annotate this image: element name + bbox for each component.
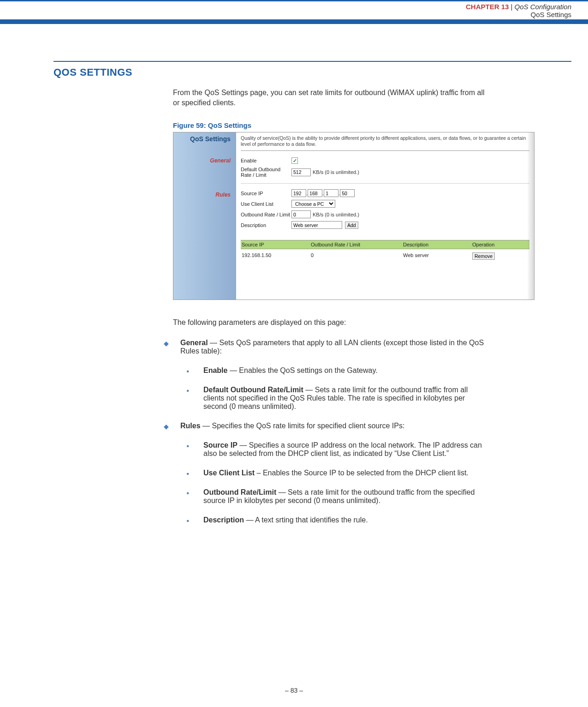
ss-table-header: Source IP Outbound Rate / Limit Descript… [241,240,529,249]
bullet-general: General — Sets QoS parameters that apply… [164,339,488,411]
ss-outbound-rate-label: Outbound Rate / Limit [241,212,291,217]
ss-desc-label: Description [241,222,291,228]
ss-default-rate-label: Default Outbound Rate / Limit [241,167,291,178]
ss-ip-octet-1[interactable] [291,189,306,197]
param-list: General — Sets QoS parameters that apply… [164,339,488,524]
chapter-separator: | [511,3,513,11]
ss-enable-checkbox[interactable]: ✓ [291,157,298,164]
page-header: CHAPTER 13 | QoS Configuration QoS Setti… [0,0,588,24]
ss-source-ip-label: Source IP [241,191,291,196]
chapter-label: CHAPTER 13 [466,3,509,11]
ss-sidebar-item-rules[interactable]: Rules [177,192,232,198]
ss-td-desc: Web server [402,251,471,261]
ss-table-row: 192.168.1.50 0 Web server Remove [241,249,529,263]
ss-sidebar-item-general[interactable]: General [177,157,232,164]
page-footer: – 83 – [0,687,588,694]
screenshot-main: Quality of service(QoS) is the ability t… [236,132,534,300]
ss-th-desc: Description [402,240,471,249]
sub-default-rate-label: Default Outbound Rate/Limit [203,386,303,394]
sub-source-ip: Source IP — Specifies a source IP addres… [187,441,488,458]
header-subtitle: QoS Settings [0,11,571,18]
ss-ip-octet-3[interactable] [324,189,339,197]
ss-sidebar-title: QoS Settings [177,135,232,143]
ss-default-rate-input[interactable] [291,168,311,176]
bullet-rules: Rules — Specifies the QoS rate limits fo… [164,422,488,524]
sub-description-label: Description [203,516,244,524]
ss-ip-octet-2[interactable] [308,189,322,197]
sub-description: Description — A text srting that identif… [187,516,488,524]
ss-th-rate: Outbound Rate / Limit [310,240,402,249]
sub-source-ip-label: Source IP [203,441,238,449]
ss-default-rate-unit: KB/s (0 is unlimited.) [313,169,359,175]
sub-enable: Enable — Enables the QoS settings on the… [187,366,488,375]
sub-source-ip-text: — Specifies a source IP address on the l… [203,441,482,457]
figure-caption: Figure 59: QoS Settings [173,121,571,129]
ss-remove-button[interactable]: Remove [472,252,495,260]
figure-screenshot: QoS Settings General Rules Quality of se… [173,132,535,300]
ss-client-list-label: Use Client List [241,201,291,207]
ss-outbound-rate-input[interactable] [291,210,311,218]
sub-enable-label: Enable [203,366,227,374]
params-intro: The following parameters are displayed o… [173,318,488,328]
intro-paragraph: From the QoS Settings page, you can set … [173,88,488,108]
ss-enable-label: Enable [241,158,291,163]
bullet-general-label: General [180,339,208,347]
sub-client-list-label: Use Client List [203,469,255,477]
section-rule [53,61,571,62]
screenshot-sidebar: QoS Settings General Rules [173,132,236,300]
ss-td-rate: 0 [310,251,402,261]
sub-description-text: — A text srting that identifies the rule… [244,516,368,524]
ss-outbound-rate-unit: KB/s (0 is unlimited.) [313,212,359,217]
bullet-rules-text: — Specifies the QoS rate limits for spec… [201,422,405,430]
bullet-general-text: — Sets QoS parameters that apply to all … [180,339,484,355]
ss-desc-input[interactable] [291,221,342,229]
sub-client-list: Use Client List – Enables the Source IP … [187,469,488,477]
sub-outbound-rate: Outbound Rate/Limit — Sets a rate limit … [187,488,488,505]
ss-description: Quality of service(QoS) is the ability t… [241,135,529,151]
sub-client-list-text: – Enables the Source IP to be selected f… [255,469,469,477]
sub-default-rate: Default Outbound Rate/Limit — Sets a rat… [187,386,488,411]
sub-enable-text: — Enables the QoS settings on the Gatewa… [227,366,377,374]
sub-outbound-rate-label: Outbound Rate/Limit [203,488,276,496]
section-title: QOS SETTINGS [53,66,571,78]
bullet-rules-label: Rules [180,422,201,430]
ss-th-source-ip: Source IP [241,240,310,249]
ss-ip-octet-4[interactable] [340,189,355,197]
chapter-title: QoS Configuration [515,3,571,11]
ss-client-list-select[interactable]: Choose a PC [291,200,335,208]
ss-add-button[interactable]: Add [345,222,358,229]
ss-td-source-ip: 192.168.1.50 [241,251,310,261]
ss-th-operation: Operation [471,240,517,249]
